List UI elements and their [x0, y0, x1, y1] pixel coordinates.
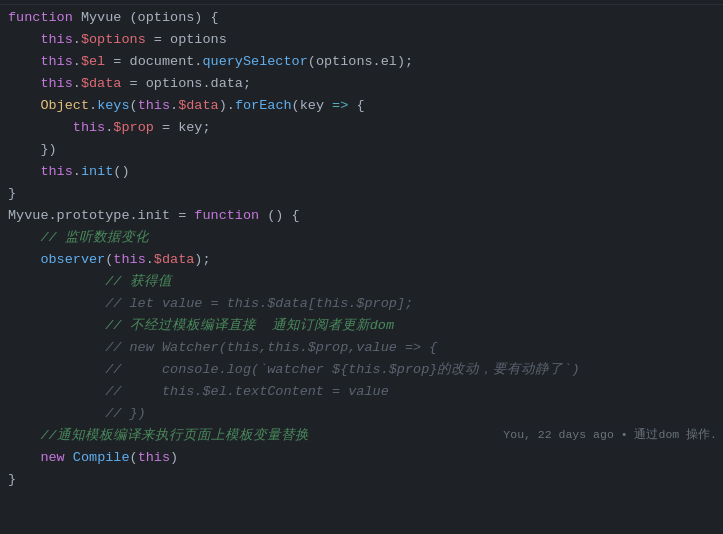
token-plain: .	[73, 164, 81, 179]
line-content: }	[8, 183, 715, 205]
code-line: // let value = this.$data[this.$prop];	[0, 293, 723, 315]
token-kw: function	[194, 208, 259, 223]
line-content: observer(this.$data);	[8, 249, 715, 271]
token-plain: }	[8, 472, 16, 487]
token-plain	[8, 340, 105, 355]
token-plain: () {	[259, 208, 300, 223]
line-content: this.$prop = key;	[8, 117, 715, 139]
token-plain: .	[146, 252, 154, 267]
token-kw: this	[40, 32, 72, 47]
token-cm-green: // 不经过模板编译直接 通知订阅者更新dom	[105, 318, 394, 333]
token-plain: Myvue (options) {	[73, 10, 219, 25]
token-cm-green: // 监听数据变化	[40, 230, 148, 245]
token-plain	[8, 230, 40, 245]
token-prop: $data	[178, 98, 219, 113]
token-plain	[8, 296, 105, 311]
token-plain	[8, 120, 73, 135]
token-plain: (	[130, 450, 138, 465]
token-plain: = document.	[105, 54, 202, 69]
token-prop: $data	[81, 76, 122, 91]
line-content: })	[8, 139, 715, 161]
token-cm: // console.log(`watcher ${this.$prop}的改动…	[105, 362, 579, 377]
token-method: forEach	[235, 98, 292, 113]
token-plain: }	[8, 186, 16, 201]
line-content: // 监听数据变化	[8, 227, 715, 249]
token-plain	[8, 450, 40, 465]
code-line: this.$options = options	[0, 29, 723, 51]
token-plain: (key	[292, 98, 333, 113]
token-kw: this	[40, 54, 72, 69]
token-plain: )	[170, 450, 178, 465]
token-cm: // new Watcher(this,this.$prop,value => …	[105, 340, 437, 355]
token-plain	[8, 428, 40, 443]
token-cm-green: //通知模板编译来执行页面上模板变量替换	[40, 428, 308, 443]
token-plain: .	[73, 76, 81, 91]
code-line: // new Watcher(this,this.$prop,value => …	[0, 337, 723, 359]
line-content: // this.$el.textContent = value	[8, 381, 715, 403]
token-method: init	[81, 164, 113, 179]
code-line: // 不经过模板编译直接 通知订阅者更新dom	[0, 315, 723, 337]
token-prop: $data	[154, 252, 195, 267]
token-plain	[8, 32, 40, 47]
token-plain: (options.el);	[308, 54, 413, 69]
token-plain: );	[194, 252, 210, 267]
token-cm: // })	[105, 406, 146, 421]
line-content: this.$data = options.data;	[8, 73, 715, 95]
token-plain	[8, 362, 105, 377]
code-line: // this.$el.textContent = value	[0, 381, 723, 403]
line-content: function Myvue (options) {	[8, 7, 715, 29]
token-fn: Compile	[73, 450, 130, 465]
code-line: this.init()	[0, 161, 723, 183]
token-cm: // let value = this.$data[this.$prop];	[105, 296, 413, 311]
token-prop: $prop	[113, 120, 154, 135]
line-content: // 不经过模板编译直接 通知订阅者更新dom	[8, 315, 715, 337]
token-plain	[8, 54, 40, 69]
token-obj: Object	[40, 98, 89, 113]
line-content: this.$options = options	[8, 29, 715, 51]
token-kw: new	[40, 450, 64, 465]
code-line: Object.keys(this.$data).forEach(key => {	[0, 95, 723, 117]
token-kw: this	[40, 76, 72, 91]
token-plain: ).	[219, 98, 235, 113]
code-line: function Myvue (options) {	[0, 7, 723, 29]
token-plain	[8, 274, 105, 289]
token-plain: .	[89, 98, 97, 113]
token-prop: $el	[81, 54, 105, 69]
token-arrow: =>	[332, 98, 348, 113]
code-area: function Myvue (options) { this.$options…	[0, 5, 723, 493]
token-plain: ()	[113, 164, 129, 179]
editor: function Myvue (options) { this.$options…	[0, 0, 723, 534]
token-plain: })	[8, 142, 57, 157]
line-content: // let value = this.$data[this.$prop];	[8, 293, 715, 315]
line-content: new Compile(this)	[8, 447, 715, 469]
token-kw: this	[113, 252, 145, 267]
token-plain	[8, 406, 105, 421]
code-line: // console.log(`watcher ${this.$prop}的改动…	[0, 359, 723, 381]
code-line: // })	[0, 403, 723, 425]
token-plain	[8, 98, 40, 113]
token-cm: // this.$el.textContent = value	[105, 384, 389, 399]
token-plain	[8, 318, 105, 333]
token-prop: $options	[81, 32, 146, 47]
code-line: this.$data = options.data;	[0, 73, 723, 95]
line-content: // new Watcher(this,this.$prop,value => …	[8, 337, 715, 359]
token-method: querySelector	[202, 54, 307, 69]
token-plain	[8, 384, 105, 399]
token-kw: function	[8, 10, 73, 25]
code-line: Myvue.prototype.init = function () {	[0, 205, 723, 227]
token-plain: .	[73, 32, 81, 47]
line-content: //通知模板编译来执行页面上模板变量替换	[8, 425, 715, 447]
token-plain: {	[348, 98, 364, 113]
line-content: // 获得值	[8, 271, 715, 293]
line-content: // })	[8, 403, 715, 425]
token-plain	[8, 164, 40, 179]
token-plain: .	[170, 98, 178, 113]
token-plain: = options.data;	[121, 76, 251, 91]
token-plain	[8, 252, 40, 267]
token-kw: this	[73, 120, 105, 135]
token-cm-green: // 获得值	[105, 274, 171, 289]
code-line: observer(this.$data);	[0, 249, 723, 271]
line-content: Object.keys(this.$data).forEach(key => {	[8, 95, 715, 117]
code-line: this.$el = document.querySelector(option…	[0, 51, 723, 73]
token-plain: = key;	[154, 120, 211, 135]
